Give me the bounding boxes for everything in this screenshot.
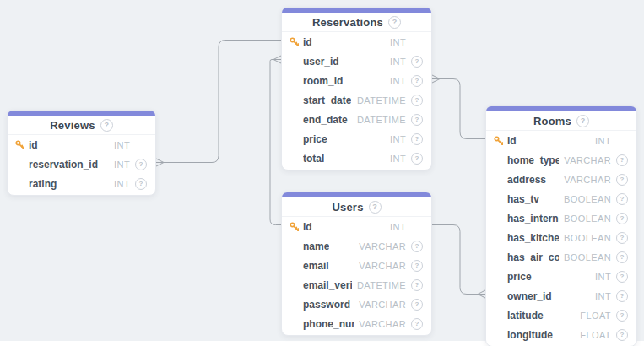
question-circle-icon[interactable]: ? [411, 241, 423, 252]
table-title: Rooms [533, 115, 571, 127]
question-circle-icon[interactable]: ? [616, 193, 628, 205]
table-reviews[interactable]: Reviews ? idINT?reservation_idINT?rating… [7, 110, 156, 196]
question-circle-icon[interactable]: ? [411, 260, 423, 272]
field-type: INT [590, 272, 611, 282]
field-row-user_id[interactable]: user_idINT? [282, 51, 431, 71]
field-type: INT [385, 37, 406, 47]
question-circle-icon[interactable]: ? [616, 271, 628, 283]
field-row-has_air_con[interactable]: has_air_conBOOLEAN? [486, 247, 636, 267]
field-row-phone_numbe[interactable]: phone_numbeVARCHAR? [282, 314, 431, 333]
field-row-start_date[interactable]: start_dateDATETIME? [282, 90, 431, 110]
field-row-id[interactable]: idINT? [282, 32, 431, 51]
question-circle-icon[interactable]: ? [411, 56, 423, 68]
question-circle-icon[interactable]: ? [135, 178, 147, 190]
relationship-line [440, 79, 485, 139]
field-name: email [303, 260, 329, 272]
table-fields: idINT?nameVARCHAR?emailVARCHAR?email_ver… [282, 217, 431, 335]
question-circle-icon[interactable]: ? [100, 119, 113, 132]
relationship-reservations-rooms[interactable] [432, 75, 485, 139]
field-row-id[interactable]: idINT? [282, 217, 431, 236]
question-circle-icon[interactable]: ? [576, 115, 589, 127]
primary-key-icon [14, 139, 29, 150]
field-name: has_tv [507, 193, 539, 205]
field-row-has_internet[interactable]: has_internetBOOLEAN? [486, 208, 636, 228]
question-circle-icon[interactable]: ? [388, 16, 401, 29]
key-icon [14, 139, 25, 150]
field-type: BOOLEAN [559, 194, 611, 204]
question-circle-icon[interactable]: ? [616, 310, 628, 322]
field-row-total[interactable]: totalINT? [282, 149, 431, 168]
table-title: Reviews [50, 119, 95, 132]
question-circle-icon[interactable]: ? [616, 213, 628, 224]
question-circle-icon[interactable]: ? [411, 75, 423, 87]
field-type: FLOAT [575, 311, 611, 321]
field-name: address [507, 174, 546, 186]
relationship-reviews-reservations[interactable] [156, 41, 281, 167]
field-name: name [303, 241, 329, 252]
table-fields: idINT?user_idINT?room_idINT?start_dateDA… [282, 32, 431, 170]
table-title-row[interactable]: Users ? [282, 197, 431, 217]
diagram-canvas[interactable]: Reservations ? idINT?user_idINT?room_idI… [0, 0, 644, 346]
relationship-users-reservations[interactable] [270, 56, 281, 225]
question-circle-icon[interactable]: ? [616, 154, 628, 166]
field-type: VARCHAR [354, 261, 406, 271]
field-name: home_type [507, 154, 559, 166]
field-row-has_kitchen[interactable]: has_kitchenBOOLEAN? [486, 228, 636, 247]
field-row-email_verified_[interactable]: email_verified_DATETIME? [282, 275, 431, 295]
field-row-price[interactable]: priceINT? [282, 129, 431, 149]
field-row-address[interactable]: addressVARCHAR? [486, 170, 636, 189]
question-circle-icon[interactable]: ? [411, 299, 423, 311]
table-users[interactable]: Users ? idINT?nameVARCHAR?emailVARCHAR?e… [281, 192, 432, 336]
question-circle-icon[interactable]: ? [616, 174, 628, 186]
field-row-reservation_id[interactable]: reservation_idINT? [8, 154, 155, 174]
field-row-id[interactable]: idINT? [486, 131, 636, 150]
field-row-price[interactable]: priceINT? [486, 267, 636, 286]
field-type: INT [590, 291, 611, 301]
question-circle-icon[interactable]: ? [616, 329, 628, 341]
table-title-row[interactable]: Rooms ? [486, 111, 636, 131]
field-name: rating [29, 178, 57, 190]
question-circle-icon[interactable]: ? [411, 279, 423, 291]
field-row-has_tv[interactable]: has_tvBOOLEAN? [486, 189, 636, 208]
field-row-email[interactable]: emailVARCHAR? [282, 256, 431, 275]
field-type: VARCHAR [354, 300, 406, 310]
question-circle-icon[interactable]: ? [616, 290, 628, 302]
question-circle-icon[interactable]: ? [411, 114, 423, 126]
field-name: longitude [507, 329, 553, 341]
field-type: BOOLEAN [559, 233, 611, 243]
field-row-owner_id[interactable]: owner_idINT? [486, 286, 636, 305]
field-row-room_id[interactable]: room_idINT? [282, 71, 431, 90]
question-circle-icon[interactable]: ? [411, 95, 423, 106]
question-circle-icon[interactable]: ? [616, 251, 628, 263]
field-row-rating[interactable]: ratingINT? [8, 174, 155, 193]
field-name: owner_id [507, 290, 552, 302]
table-rooms[interactable]: Rooms ? idINT?home_typeVARCHAR?addressVA… [485, 105, 637, 346]
question-circle-icon[interactable]: ? [411, 153, 423, 165]
field-row-end_date[interactable]: end_dateDATETIME? [282, 110, 431, 129]
question-circle-icon[interactable]: ? [135, 159, 147, 170]
table-title-row[interactable]: Reviews ? [8, 116, 155, 135]
field-row-latitude[interactable]: latitudeFLOAT? [486, 305, 636, 325]
field-row-name[interactable]: nameVARCHAR? [282, 236, 431, 256]
relationship-line [164, 41, 281, 163]
question-circle-icon[interactable]: ? [411, 318, 423, 330]
field-row-id[interactable]: idINT? [8, 135, 155, 154]
relationship-users-rooms[interactable] [432, 225, 485, 299]
field-name: id [303, 221, 312, 233]
field-row-longitude[interactable]: longitudeFLOAT? [486, 325, 636, 344]
field-type: INT [385, 57, 406, 67]
question-circle-icon[interactable]: ? [369, 201, 382, 214]
field-row-home_type[interactable]: home_typeVARCHAR? [486, 150, 636, 170]
question-circle-icon[interactable]: ? [411, 133, 423, 145]
table-reservations[interactable]: Reservations ? idINT?user_idINT?room_idI… [281, 7, 432, 170]
field-type: INT [590, 136, 611, 146]
question-circle-icon[interactable]: ? [616, 232, 628, 244]
field-type: INT [109, 140, 130, 150]
table-fields: idINT?home_typeVARCHAR?addressVARCHAR?ha… [486, 131, 636, 346]
field-type: FLOAT [575, 330, 611, 340]
table-title-row[interactable]: Reservations ? [282, 13, 431, 32]
field-row-password[interactable]: passwordVARCHAR? [282, 295, 431, 314]
field-name: price [303, 133, 327, 145]
field-type: VARCHAR [354, 241, 406, 251]
field-type: VARCHAR [559, 155, 611, 165]
